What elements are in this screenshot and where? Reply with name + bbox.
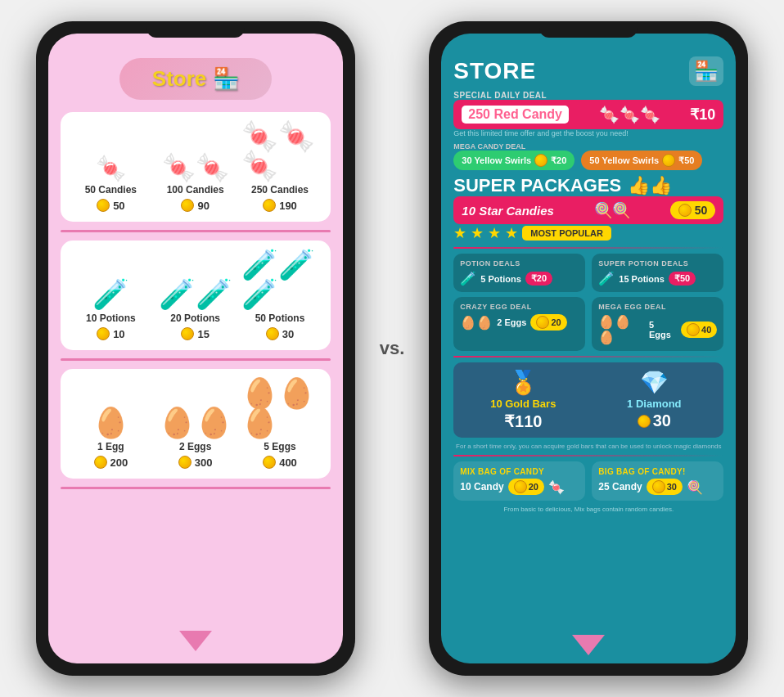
coin-icon — [263, 199, 276, 212]
star-1: ★ — [453, 224, 466, 242]
special-deal-banner[interactable]: 250 Red Candy 🍬🍬🍬 ₹10 — [453, 100, 723, 129]
big-bag-row-inner: 25 Candy 30 🍭 — [598, 479, 717, 495]
candy-item-100[interactable]: 🍬🍬 100 Candies 90 — [156, 154, 234, 212]
r-divider-3 — [453, 455, 723, 456]
egg-icon-1: 🥚 — [92, 408, 129, 438]
right-screen: STORE 🏪 SPECIAL DAILY DEAL 250 Red Candy… — [441, 34, 736, 663]
big-bag-card[interactable]: BIG BAG OF CANDY! 25 Candy 30 🍭 — [592, 461, 723, 501]
potion-label-10: 10 Potions — [86, 313, 136, 324]
mix-desc: From basic to delicious, Mix bags contai… — [453, 506, 723, 513]
candy-item-50[interactable]: 🍬 50 Candies 50 — [72, 156, 150, 212]
gold-desc: For a short time only, you can acquire g… — [453, 443, 723, 450]
mega-deal-row: 30 Yellow Swirls ₹20 50 Yellow Swirls ₹5… — [453, 151, 723, 170]
candies-row: 🍬 50 Candies 50 🍬🍬 100 Candies — [69, 122, 322, 212]
egg-item-2[interactable]: 🥚🥚 2 Eggs 300 — [156, 408, 234, 469]
crazy-egg-card[interactable]: CRAZY EGG DEAL 🥚🥚 2 Eggs 20 — [453, 297, 585, 351]
super-potion-price: ₹50 — [669, 272, 696, 286]
r-divider-2 — [453, 356, 723, 357]
candy-icon-250: 🍬🍬🍬 — [241, 122, 319, 181]
divider-1 — [61, 230, 331, 232]
coin-icon — [178, 456, 191, 469]
candy-label-100: 100 Candies — [167, 184, 224, 196]
egg-deals-row: CRAZY EGG DEAL 🥚🥚 2 Eggs 20 MEGA EGG DEA… — [453, 297, 723, 351]
super-potion-deal-card[interactable]: SUPER POTION DEALS 🧪 15 Potions ₹50 — [592, 254, 723, 292]
special-deal-price: ₹10 — [690, 106, 715, 124]
coin-icon — [678, 204, 692, 217]
potion-deal-label: POTION DEALS — [460, 259, 579, 268]
candy-icon-100: 🍬🍬 — [162, 154, 229, 181]
coin-icon — [181, 327, 194, 340]
potion-price-20: 15 — [181, 327, 209, 340]
potion-label-20: 20 Potions — [170, 313, 220, 324]
potion-item-50[interactable]: 🧪🧪🧪 50 Potions 30 — [241, 250, 319, 340]
mix-candy-icon: 🍬 — [548, 479, 565, 495]
star-candy-banner[interactable]: 10 Star Candies 🍭🍭 50 — [453, 196, 723, 224]
potion-price-50: 30 — [266, 327, 294, 340]
gold-icon: 🏅 — [509, 369, 538, 396]
candies-section: 🍬 50 Candies 50 🍬🍬 100 Candies — [61, 112, 331, 222]
mix-bag-row: MIX BAG OF CANDY 10 Candy 20 🍬 BIG BAG O… — [453, 461, 723, 501]
diamond-half[interactable]: 💎 1 Diamond 30 — [593, 369, 715, 431]
gold-price: ₹110 — [504, 411, 542, 431]
mega-egg-card[interactable]: MEGA EGG DEAL 🥚🥚🥚 5 Eggs 40 — [592, 297, 723, 351]
egg-label-2: 2 Eggs — [179, 441, 211, 452]
right-phone: STORE 🏪 SPECIAL DAILY DEAL 250 Red Candy… — [429, 21, 748, 676]
mega-pill-1[interactable]: 30 Yellow Swirls ₹20 — [453, 151, 574, 170]
potion-item-20[interactable]: 🧪🧪 20 Potions 15 — [156, 280, 234, 340]
candy-item-250[interactable]: 🍬🍬🍬 250 Candies 190 — [241, 122, 319, 212]
potion-item-10[interactable]: 🧪 10 Potions 10 — [72, 280, 150, 340]
vs-label: vs. — [380, 338, 405, 359]
potion-deal-card[interactable]: POTION DEALS 🧪 5 Potions ₹20 — [453, 254, 585, 292]
big-bag-price: 30 — [647, 479, 683, 495]
candy-icon-50: 🍬 — [96, 156, 126, 181]
thumbs-up-icon: 👍👍 — [628, 175, 672, 196]
mega-pill-2[interactable]: 50 Yellow Swirls ₹50 — [581, 151, 702, 170]
super-potion-name: 15 Potions — [619, 274, 665, 284]
left-screen: Store 🏪 🍬 50 Candies 50 — [48, 34, 343, 663]
egg-price-2: 300 — [178, 456, 213, 469]
down-arrow-right — [572, 635, 605, 655]
diamond-text: 1 Diamond — [627, 398, 681, 410]
star-2: ★ — [471, 224, 484, 242]
coin-icon — [534, 154, 547, 167]
left-phone: Store 🏪 🍬 50 Candies 50 — [36, 21, 355, 676]
coin-icon — [536, 316, 549, 329]
star-4: ★ — [505, 224, 518, 242]
right-store-header: STORE 🏪 — [453, 56, 723, 86]
divider-3 — [61, 487, 331, 489]
potion-icon-20: 🧪🧪 — [159, 280, 232, 309]
super-pkg-title: SUPER PACKAGES 👍👍 — [453, 175, 723, 196]
coin-icon — [687, 323, 700, 336]
popular-badge: MOST POPULAR — [522, 226, 611, 241]
super-potion-label: SUPER POTION DEALS — [598, 259, 717, 268]
potion-deals-row: POTION DEALS 🧪 5 Potions ₹20 SUPER POTIO… — [453, 254, 723, 292]
star-3: ★ — [488, 224, 501, 242]
divider-2 — [61, 358, 331, 361]
gold-half[interactable]: 🏅 10 Gold Bars ₹110 — [462, 369, 584, 431]
potion-icon-10: 🧪 — [92, 280, 129, 309]
egg-price-1: 200 — [94, 456, 128, 469]
potion-icon-50: 🧪🧪🧪 — [241, 250, 319, 309]
gold-bars-text: 10 Gold Bars — [490, 398, 556, 410]
down-arrow-left — [179, 631, 212, 651]
eggs-section: 🥚 1 Egg 200 🥚🥚 2 Eggs — [61, 369, 331, 479]
mega-egg-label: MEGA EGG DEAL — [598, 303, 717, 311]
coin-icon — [94, 456, 107, 469]
shop-icon: 🏪 — [689, 56, 723, 86]
egg-item-5[interactable]: 🥚🥚🥚 5 Eggs 400 — [241, 379, 319, 469]
star-price: 50 — [670, 201, 716, 219]
egg-item-1[interactable]: 🥚 1 Egg 200 — [72, 408, 150, 469]
store-title: Store 🏪 — [152, 66, 239, 91]
mix-bag-card[interactable]: MIX BAG OF CANDY 10 Candy 20 🍬 — [453, 461, 585, 501]
mix-bag-label: MIX BAG OF CANDY — [460, 467, 579, 476]
mix-bag-price: 20 — [508, 479, 544, 495]
special-deal-text: 250 Red Candy — [462, 106, 569, 124]
potions-section: 🧪 10 Potions 10 🧪🧪 20 Potions — [61, 241, 331, 350]
candy-deal-icon: 🍬🍬🍬 — [599, 105, 660, 124]
candy-label-250: 250 Candies — [251, 184, 309, 196]
stars-row: ★ ★ ★ ★ MOST POPULAR — [453, 224, 723, 242]
phone-notch-right — [539, 21, 638, 38]
candy-price-250: 190 — [263, 199, 297, 212]
coin-icon — [652, 480, 665, 493]
mega-egg-name: 5 Eggs — [649, 320, 677, 340]
